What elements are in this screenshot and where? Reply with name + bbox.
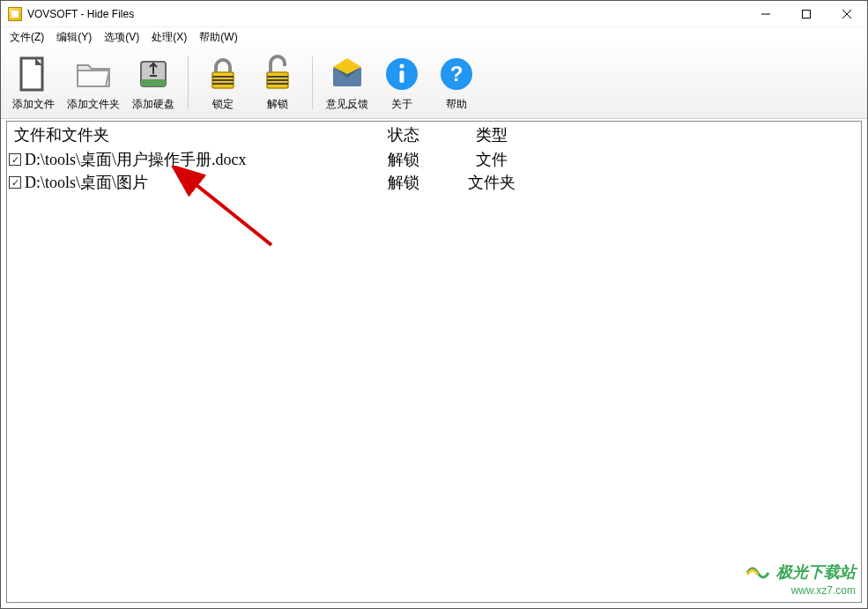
menu-help[interactable]: 帮助(W) — [194, 28, 242, 47]
file-path: D:\tools\桌面\图片 — [25, 172, 360, 193]
help-button[interactable]: ? 帮助 — [429, 48, 484, 116]
file-type: 文件夹 — [448, 172, 536, 193]
window-controls — [746, 1, 867, 27]
file-list[interactable]: 文件和文件夹 状态 类型 D:\tools\桌面\用户操作手册.docx 解锁 … — [6, 121, 862, 603]
watermark-text: 极光下载站 — [776, 563, 856, 581]
menu-edit[interactable]: 编辑(Y) — [51, 28, 97, 47]
toolbar-separator — [188, 56, 189, 109]
add-folder-button[interactable]: 添加文件夹 — [61, 48, 126, 116]
maximize-icon — [802, 10, 811, 19]
envelope-icon — [326, 53, 368, 95]
disk-icon — [132, 53, 174, 95]
add-folder-label: 添加文件夹 — [67, 97, 120, 112]
svg-rect-9 — [212, 76, 234, 78]
add-file-label: 添加文件 — [12, 97, 55, 112]
question-icon: ? — [435, 53, 478, 95]
folder-icon — [72, 53, 115, 95]
close-button[interactable] — [827, 1, 867, 27]
svg-text:?: ? — [450, 62, 464, 85]
lock-open-icon — [256, 53, 299, 95]
menu-file[interactable]: 文件(Z) — [4, 28, 49, 47]
feedback-button[interactable]: 意见反馈 — [320, 48, 375, 116]
checkbox[interactable] — [9, 153, 21, 166]
window-title: VOVSOFT - Hide Files — [27, 8, 134, 20]
watermark-logo-icon — [746, 564, 770, 584]
svg-rect-21 — [400, 71, 404, 83]
svg-rect-13 — [267, 76, 288, 78]
svg-rect-14 — [267, 79, 288, 81]
file-path: D:\tools\桌面\用户操作手册.docx — [25, 149, 360, 170]
menu-process[interactable]: 处理(X) — [146, 28, 192, 47]
file-icon — [12, 53, 55, 95]
add-disk-button[interactable]: 添加硬盘 — [126, 48, 181, 116]
file-type: 文件 — [448, 149, 536, 170]
checkbox[interactable] — [9, 176, 21, 189]
about-label: 关于 — [391, 97, 412, 112]
toolbar: 添加文件 添加文件夹 添加硬盘 锁定 解锁 意见反馈 — [1, 47, 867, 119]
lock-label: 锁定 — [212, 97, 234, 112]
svg-rect-15 — [267, 83, 288, 85]
lock-button[interactable]: 锁定 — [196, 48, 250, 116]
column-path[interactable]: 文件和文件夹 — [7, 124, 360, 145]
minimize-icon — [761, 10, 770, 19]
lock-closed-icon — [202, 53, 244, 95]
close-icon — [842, 10, 851, 19]
svg-rect-10 — [212, 79, 234, 81]
add-disk-label: 添加硬盘 — [132, 97, 174, 112]
svg-rect-11 — [212, 83, 234, 85]
help-label: 帮助 — [446, 97, 467, 112]
add-file-button[interactable]: 添加文件 — [6, 48, 61, 116]
svg-rect-7 — [141, 79, 166, 86]
feedback-label: 意见反馈 — [326, 97, 368, 112]
column-status[interactable]: 状态 — [360, 124, 448, 145]
file-status: 解锁 — [360, 149, 448, 170]
column-headers: 文件和文件夹 状态 类型 — [7, 122, 861, 148]
maximize-button[interactable] — [786, 1, 827, 27]
file-status: 解锁 — [360, 172, 448, 193]
column-type[interactable]: 类型 — [448, 124, 536, 145]
watermark: 极光下载站 www.xz7.com — [746, 561, 856, 597]
about-button[interactable]: 关于 — [375, 48, 429, 116]
svg-rect-1 — [803, 10, 811, 18]
unlock-label: 解锁 — [267, 97, 288, 112]
minimize-button[interactable] — [746, 1, 786, 27]
titlebar: VOVSOFT - Hide Files — [1, 1, 867, 27]
list-item[interactable]: D:\tools\桌面\图片 解锁 文件夹 — [7, 171, 861, 194]
svg-point-20 — [400, 64, 404, 69]
unlock-button[interactable]: 解锁 — [250, 48, 305, 116]
list-item[interactable]: D:\tools\桌面\用户操作手册.docx 解锁 文件 — [7, 148, 861, 171]
menu-options[interactable]: 选项(V) — [99, 28, 145, 47]
info-icon — [381, 53, 423, 95]
watermark-url: www.xz7.com — [746, 584, 856, 597]
toolbar-separator — [312, 56, 313, 109]
app-icon — [8, 7, 22, 21]
menubar: 文件(Z) 编辑(Y) 选项(V) 处理(X) 帮助(W) — [1, 27, 867, 47]
